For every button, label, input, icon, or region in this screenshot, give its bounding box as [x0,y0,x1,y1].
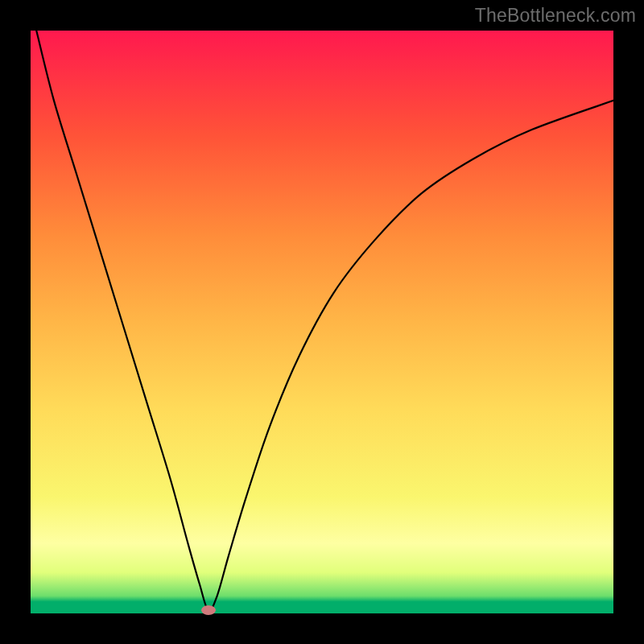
minimum-marker [201,605,216,615]
chart-frame: TheBottleneck.com [0,0,644,644]
watermark-text: TheBottleneck.com [475,5,636,27]
bottleneck-curve [31,31,613,613]
plot-area [31,31,613,613]
